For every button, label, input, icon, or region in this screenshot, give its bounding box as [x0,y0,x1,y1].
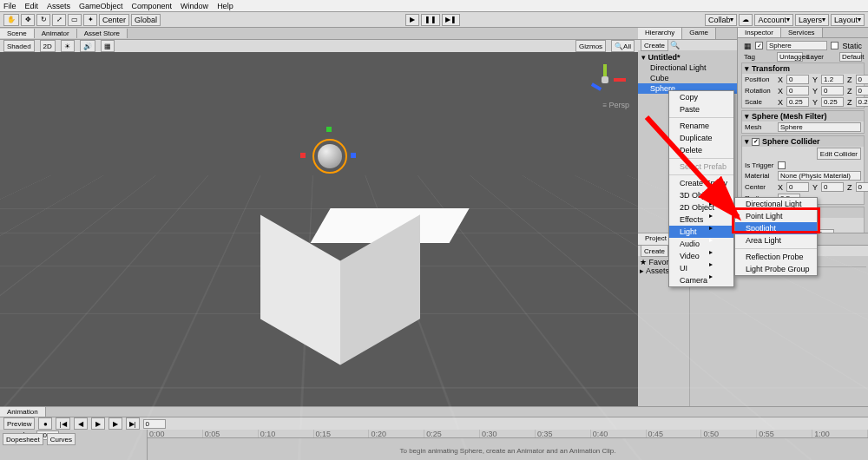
hierarchy-search-icon[interactable]: 🔍 [670,41,680,49]
rotate-tool-button[interactable]: ↻ [36,14,50,26]
menu-component[interactable]: Component [132,2,173,10]
cloud-button[interactable]: ☁ [739,14,753,26]
ctx-3d-object[interactable]: 3D Object [669,189,733,201]
tab-services[interactable]: Services [781,28,823,37]
audio-icon[interactable]: 🔊 [80,40,95,52]
center-y-field[interactable]: 0 [821,182,844,192]
account-button[interactable]: Account ▾ [754,14,793,26]
position-z-field[interactable]: 0 [856,75,868,84]
position-x-field[interactable]: 0 [786,75,809,84]
rotation-z-field[interactable]: 0 [856,86,868,95]
rect-tool-button[interactable]: ▭ [68,14,82,26]
sub-directional-light[interactable]: Directional Light [735,198,817,210]
shading-dropdown[interactable]: Shaded [3,40,35,52]
rotation-x-field[interactable]: 0 [786,86,809,95]
sub-point-light[interactable]: Point Light [735,210,817,222]
layers-button[interactable]: Layers ▾ [795,14,829,26]
scene-cube-object[interactable] [260,226,399,365]
fx-icon[interactable]: ▦ [101,40,115,52]
dopesheet-button[interactable]: Dopesheet [3,433,43,445]
menu-edit[interactable]: Edit [25,2,39,10]
ctx-2d-object[interactable]: 2D Object [669,201,733,214]
is-trigger-checkbox[interactable] [778,161,786,169]
menu-file[interactable]: File [3,2,16,10]
scene-toolbar: Shaded 2D ☀ 🔊 ▦ Gizmos 🔍All [0,40,638,52]
tick: 0:55 [757,430,812,437]
position-y-field[interactable]: 1.2 [821,75,844,84]
ctx-effects[interactable]: Effects [669,214,733,226]
ctx-create-empty[interactable]: Create Empty [669,177,733,189]
hand-tool-button[interactable]: ✋ [3,14,19,26]
axis-gizmo[interactable] [584,59,628,102]
collider-enabled-checkbox[interactable]: ✓ [752,138,760,146]
hierarchy-item-cube[interactable]: Cube [638,73,737,83]
collab-button[interactable]: Collab ▾ [705,14,738,26]
curves-button[interactable]: Curves [47,433,76,445]
hierarchy-create-button[interactable]: Create [641,39,668,51]
collider-title: Sphere Collider [762,137,820,146]
scene-viewport[interactable]: ≡ Persp [0,52,638,406]
tab-scene[interactable]: Scene [0,29,35,38]
ctx-camera[interactable]: Camera [669,274,733,286]
edit-collider-button[interactable]: Edit Collider [817,148,861,160]
tag-dropdown[interactable]: Untagged [777,52,803,62]
ctx-rename[interactable]: Rename [669,120,733,132]
mesh-field[interactable]: Sphere [778,122,861,132]
gizmos-dropdown[interactable]: Gizmos [575,40,606,52]
gameobject-active-checkbox[interactable]: ✓ [755,42,763,49]
center-x-field[interactable]: 0 [786,182,809,192]
ctx-audio[interactable]: Audio [669,238,733,250]
move-tool-button[interactable]: ✥ [21,14,35,26]
ctx-light[interactable]: Light [669,226,733,238]
center-z-field[interactable]: 0 [856,182,868,192]
menu-gameobject[interactable]: GameObject [79,2,123,10]
scale-x-field[interactable]: 0.25 [786,97,809,107]
mesh-label: Mesh [745,123,774,131]
ctx-copy[interactable]: Copy [669,91,733,103]
tab-game[interactable]: Game [682,28,716,39]
ctx-duplicate[interactable]: Duplicate [669,132,733,144]
tab-inspector[interactable]: Inspector [738,28,781,37]
sub-area-light[interactable]: Area Light [735,234,817,246]
layout-button[interactable]: Layout ▾ [831,14,865,26]
space-button[interactable]: Global [131,14,161,26]
static-checkbox[interactable] [831,42,838,49]
scale-tool-button[interactable]: ⤢ [52,14,66,26]
hierarchy-item-directional-light[interactable]: Directional Light [638,62,737,73]
pivot-button[interactable]: Center [99,14,129,26]
step-button[interactable]: ▶❚ [442,14,460,26]
ctx-paste[interactable]: Paste [669,103,733,115]
sub-reflection-probe[interactable]: Reflection Probe [735,251,817,263]
pause-button[interactable]: ❚❚ [421,14,440,26]
collab-label: Collab [708,16,731,24]
menu-assets[interactable]: Assets [47,2,70,10]
hierarchy-scene-root[interactable]: ▾ Untitled* [638,52,737,62]
gameobject-name-field[interactable]: Sphere [766,41,827,50]
lighting-icon[interactable]: ☀ [61,40,75,52]
menu-window[interactable]: Window [181,2,208,10]
layer-dropdown[interactable]: Default [839,52,862,62]
rotation-y-field[interactable]: 0 [821,86,844,95]
transform-tool-button[interactable]: ✦ [83,14,97,26]
layout-label: Layout [834,16,858,24]
sub-spotlight[interactable]: Spotlight [735,222,817,234]
transform-title: Transform [752,64,790,73]
mode-2d-button[interactable]: 2D [40,40,56,52]
sub-light-probe-group[interactable]: Light Probe Group [735,263,817,275]
scale-z-field[interactable]: 0.25 [856,97,868,107]
animation-hint: To begin animating Sphere, create an Ani… [148,447,868,455]
menu-help[interactable]: Help [217,2,233,10]
scene-search[interactable]: 🔍All [611,40,635,52]
tab-animator[interactable]: Animator [35,29,77,38]
tab-asset-store[interactable]: Asset Store [77,29,128,38]
ctx-delete[interactable]: Delete [669,144,733,156]
play-button[interactable]: ▶ [405,14,419,26]
ctx-ui[interactable]: UI [669,262,733,274]
ctx-video[interactable]: Video [669,250,733,262]
scale-y-field[interactable]: 0.25 [821,97,844,107]
scene-sphere-object[interactable] [312,139,347,174]
collider-material-field[interactable]: None (Physic Material) [778,171,861,181]
tag-label: Tag [744,53,773,61]
tab-hierarchy[interactable]: Hierarchy [638,28,682,39]
animation-timeline[interactable]: 0:000:050:100:150:200:250:300:350:400:45… [148,430,868,438]
